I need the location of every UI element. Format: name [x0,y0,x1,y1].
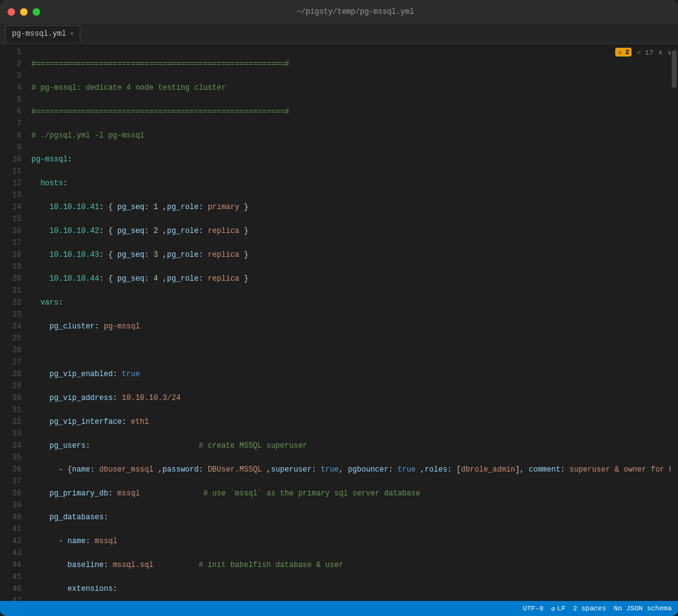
ln-47: 47 [0,595,21,601]
traffic-lights [8,8,40,16]
titlebar: ~/pigsty/temp/pg-mssql.yml [0,0,678,24]
line-numbers: 1 2 3 4 5 6 7 8 9 10 11 12 13 14 15 16 1… [0,44,26,601]
chevron-up-icon[interactable]: ∧ [659,48,663,57]
ln-39: 39 [0,500,21,512]
ln-14: 14 [0,202,21,213]
code-content[interactable]: #=======================================… [26,44,678,601]
ln-5: 5 [0,94,21,106]
ln-31: 31 [0,404,21,416]
tab-bar: pg-mssql.yml × [0,24,678,44]
line-8: 10.10.10.42: { pg_seq: 2 ,pg_role: repli… [26,225,678,237]
tab-close-icon[interactable]: × [70,31,73,38]
line-17: pg_users: # create MSSQL superuser [26,440,678,452]
line-18: - {name: dbuser_mssql ,password: DBUser.… [26,464,678,476]
minimize-button[interactable] [20,8,28,16]
line-10: 10.10.10.44: { pg_seq: 4 ,pg_role: repli… [26,273,678,285]
info-badge: ✓ 17 [637,48,653,57]
warnings-badge: ⚠ 2 [615,48,632,57]
status-indent: 2 spaces [573,605,606,612]
ln-46: 46 [0,583,21,595]
line-23: extensions: [26,583,678,595]
ln-29: 29 [0,381,21,392]
line-9: 10.10.10.43: { pg_seq: 3 ,pg_role: repli… [26,249,678,261]
ln-10: 10 [0,154,21,166]
line-21: - name: mssql [26,536,678,548]
ln-3: 3 [0,70,21,82]
maximize-button[interactable] [33,8,40,16]
ln-23: 23 [0,309,21,321]
ln-21: 21 [0,285,21,297]
ln-35: 35 [0,452,21,464]
editor-toolbar: ⚠ 2 ✓ 17 ∧ ∨ [615,48,672,57]
ln-2: 2 [0,58,21,70]
ln-20: 20 [0,273,21,285]
ln-12: 12 [0,178,21,190]
ln-16: 16 [0,225,21,237]
scrollbar-thumb[interactable] [672,50,677,88]
line-16: pg_vip_interface: eth1 [26,416,678,428]
scrollbar[interactable] [670,44,678,586]
line-5: pg-mssql: [26,154,678,166]
ln-42: 42 [0,536,21,548]
ln-41: 41 [0,524,21,536]
ln-24: 24 [0,321,21,333]
window: ~/pigsty/temp/pg-mssql.yml pg-mssql.yml … [0,0,678,616]
status-bar: UTF-8 ⊙ LF 2 spaces No JSON schema [0,601,678,616]
ln-28: 28 [0,369,21,381]
line-11: vars: [26,297,678,309]
line-15: pg_vip_address: 10.10.10.3/24 [26,392,678,404]
circle-icon: ⊙ [551,605,556,613]
ln-25: 25 [0,333,21,345]
line-12: pg_cluster: pg-mssql [26,321,678,333]
ln-36: 36 [0,464,21,476]
ln-34: 34 [0,440,21,452]
line-13 [26,345,678,357]
line-20: pg_databases: [26,512,678,524]
ln-45: 45 [0,571,21,583]
line-1: #=======================================… [26,58,678,70]
status-schema: No JSON schema [614,605,672,612]
ln-43: 43 [0,548,21,559]
line-2: # pg-mssql: dedicate 4 node testing clus… [26,82,678,94]
ln-44: 44 [0,559,21,571]
line-6: hosts: [26,178,678,190]
line-19: pg_primary_db: mssql # use `mssql` as th… [26,488,678,500]
ln-26: 26 [0,345,21,357]
ln-27: 27 [0,357,21,369]
ln-38: 38 [0,488,21,500]
window-title: ~/pigsty/temp/pg-mssql.yml [40,8,670,16]
status-encoding: UTF-8 [523,605,544,612]
ln-11: 11 [0,166,21,178]
ln-37: 37 [0,476,21,488]
ln-32: 32 [0,416,21,428]
line-3: #=======================================… [26,106,678,118]
ln-13: 13 [0,190,21,202]
status-line-ending: ⊙ LF [551,605,566,613]
ln-15: 15 [0,213,21,225]
ln-17: 17 [0,237,21,249]
line-7: 10.10.10.41: { pg_seq: 1 ,pg_role: prima… [26,202,678,213]
ln-1: 1 [0,46,21,58]
tab-pg-mssql[interactable]: pg-mssql.yml × [5,25,80,43]
ln-8: 8 [0,130,21,142]
ln-7: 7 [0,118,21,130]
ln-4: 4 [0,82,21,94]
line-4: # ./pgsql.yml -l pg-mssql [26,130,678,142]
ln-19: 19 [0,261,21,273]
ln-30: 30 [0,392,21,404]
editor-area: 1 2 3 4 5 6 7 8 9 10 11 12 13 14 15 16 1… [0,44,678,601]
line-14: pg_vip_enabled: true [26,369,678,381]
ln-40: 40 [0,512,21,524]
ln-22: 22 [0,297,21,309]
ln-9: 9 [0,142,21,154]
line-22: baseline: mssql.sql # init babelfish dat… [26,559,678,571]
ln-18: 18 [0,249,21,261]
ln-33: 33 [0,428,21,440]
ln-6: 6 [0,106,21,118]
tab-label: pg-mssql.yml [12,30,66,38]
close-button[interactable] [8,8,15,16]
